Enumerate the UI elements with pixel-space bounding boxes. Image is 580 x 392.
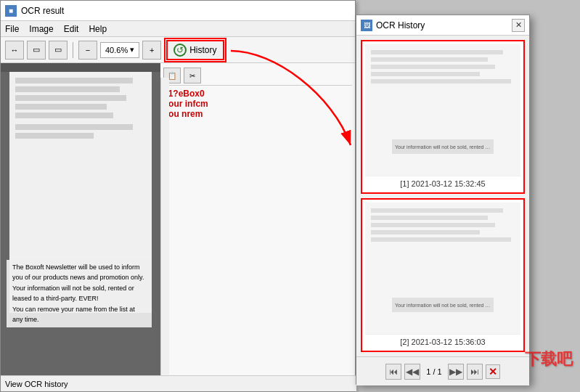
text-line-3: You nrem [163,109,352,119]
zoom-level: 40.6% [105,46,128,54]
nav-prev-button[interactable]: ◀◀ [404,364,420,380]
toolbar-separator-1 [73,42,73,58]
toolbar-btn-3[interactable]: ▭ [49,41,68,60]
history-window-icon: 🖼 [361,20,372,31]
main-window: ■ OCR result File Image Edit Help ↔ ▭ ▭ … [0,0,356,392]
history-window: 🖼 OCR History ✕ Your information will no… [356,15,530,385]
history-item-2-preview-text: Your information will not be sold, rente… [392,298,494,312]
menu-image[interactable]: Image [29,24,53,34]
history-item-1-label: [1] 2021-03-12 15:32:45 [365,176,520,189]
text-line-2: Your infcm [163,99,352,109]
history-button[interactable]: History [166,40,224,60]
nav-first-button[interactable]: ⏮ [385,364,401,380]
image-text-line-2: Your information will not be sold, rente… [12,284,146,303]
text-panel-scrollbar[interactable] [160,78,169,375]
main-window-title: OCR result [21,6,64,16]
main-content-area: The Boxoft Newsletter will be used to in… [1,63,355,377]
image-text-line-3: You can remove your name from the list a… [12,305,146,324]
toolbar-btn-1[interactable]: ↔ [5,41,24,60]
nav-next-button[interactable]: ▶▶ [448,364,464,380]
zoom-in-button[interactable]: + [142,41,161,60]
zoom-out-button[interactable]: − [78,41,97,60]
nav-close-button[interactable]: ✕ [486,364,500,379]
image-text-line-1: The Boxoft Newsletter will be used to in… [12,263,146,282]
nav-last-button[interactable]: ⏭ [467,364,483,380]
main-app-icon: ■ [5,5,17,17]
history-item-2[interactable]: Your information will not be sold, rente… [361,198,525,352]
history-button-container: History [164,38,226,62]
history-button-label: History [189,45,216,55]
status-bar: View OCR history [1,375,356,391]
nav-page-info: 1 / 1 [423,367,444,376]
toolbar-btn-2[interactable]: ▭ [27,41,46,60]
image-panel: The Boxoft Newsletter will be used to in… [1,63,160,377]
main-toolbar: ↔ ▭ ▭ − 40.6% ▾ + History [1,37,355,63]
watermark-text: 下载吧 [525,350,573,368]
history-item-1-preview-text: Your information will not be sold, rente… [392,139,494,154]
history-icon [173,44,187,57]
history-item-2-label: [2] 2021-03-12 15:36:03 [365,334,520,348]
history-nav: ⏮ ◀◀ 1 / 1 ▶▶ ⏭ ✕ [356,356,529,385]
image-text-overlay: The Boxoft Newsletter will be used to in… [7,260,152,327]
image-canvas: The Boxoft Newsletter will be used to in… [1,72,160,377]
menu-file[interactable]: File [5,24,19,34]
menu-bar: File Image Edit Help [1,21,355,37]
history-title-bar: 🖼 OCR History ✕ [356,15,529,36]
history-item-1[interactable]: Your information will not be sold, rente… [361,40,525,194]
text-content: 11?eBox0 Your infcm You nrem [163,89,352,374]
history-item-2-preview: Your information will not be sold, rente… [365,203,520,334]
menu-edit[interactable]: Edit [64,24,79,34]
menu-help[interactable]: Help [89,24,107,34]
zoom-chevron-icon: ▾ [130,45,134,54]
history-item-1-preview: Your information will not be sold, rente… [365,44,520,176]
text-panel-toolbar: 📋 ✂ [163,66,352,86]
history-list: Your information will not be sold, rente… [356,36,529,356]
history-close-button[interactable]: ✕ [512,19,525,32]
text-line-1: 11?eBox0 [163,89,352,99]
text-panel-btn-scissors[interactable]: ✂ [184,68,201,83]
history-title-left: 🖼 OCR History [361,20,425,31]
status-text: View OCR history [5,380,68,388]
main-title-bar: ■ OCR result [1,1,355,21]
text-panel: 📋 ✂ 11?eBox0 Your infcm You nrem [160,63,355,377]
watermark: 下载吧 [525,348,573,370]
history-window-title: OCR History [376,20,425,30]
zoom-display: 40.6% ▾ [100,42,139,58]
